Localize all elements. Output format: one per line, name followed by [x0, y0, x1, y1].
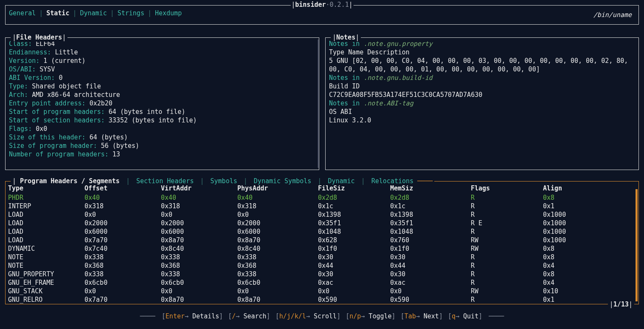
notes-line: Linux 3.2.0 — [329, 116, 635, 125]
tab-general[interactable]: General — [9, 9, 36, 17]
file-headers-title: File Headers — [11, 33, 67, 42]
col-header: Flags — [468, 183, 540, 193]
help-item: Tab→ Next — [401, 312, 443, 320]
table-row[interactable]: INTERP0x3180x3180x3180x1c0x1cR0x1 — [6, 202, 638, 210]
file-headers-panel: File Headers Class: ELF64Endianness: Lit… — [5, 37, 319, 170]
file-header-row: Type: Shared object file — [9, 82, 315, 91]
table-row[interactable]: PHDR0x400x400x400x2d80x2d8R0x8 — [6, 193, 638, 202]
app-title: |binsider·0.2.1| — [290, 0, 354, 9]
file-header-row: Start of section headers: 33352 (bytes i… — [9, 116, 315, 125]
file-header-row: Start of program headers: 64 (bytes into… — [9, 108, 315, 116]
binary-path: /bin/uname — [593, 11, 632, 19]
help-item: /→ Search — [228, 312, 270, 320]
table-row[interactable]: NOTE0x3380x3380x3380x300x30R0x8 — [6, 253, 638, 261]
section-tab[interactable]: Dynamic Symbols — [250, 177, 315, 185]
notes-panel: Notes Notes in .note.gnu.propertyType Na… — [325, 37, 639, 170]
file-header-row: Number of program headers: 13 — [9, 150, 315, 159]
section-tab[interactable]: Dynamic — [324, 177, 358, 185]
help-footer: ──── Enter→ Details/→ Searchh/j/k/l→ Scr… — [5, 312, 639, 320]
help-item: n/p→ Toggle — [346, 312, 395, 320]
help-item: q→ Quit — [448, 312, 482, 320]
table-row[interactable]: NOTE0x3680x3680x3680x440x44R0x4 — [6, 261, 638, 270]
tab-strings[interactable]: Strings — [118, 9, 144, 17]
help-item: h/j/k/l→ Scroll — [276, 312, 341, 320]
table-row[interactable]: LOAD0x60000x60000x60000x10480x1048R0x100… — [6, 227, 638, 236]
table-row[interactable]: GNU_EH_FRAME0x6cb00x6cb00x6cb00xac0xacR0… — [6, 278, 638, 287]
section-tab[interactable]: Program Headers / Segments — [16, 177, 124, 185]
table-row[interactable]: GNU_RELRO0x7a700x8a700x8a700x5900x590R0x… — [6, 295, 638, 304]
file-headers-scrollbar[interactable] — [318, 40, 319, 168]
file-header-row: Size of this header: 64 (bytes) — [9, 133, 315, 142]
file-header-row: Endianness: Little — [9, 48, 315, 57]
tab-dynamic[interactable]: Dynamic — [80, 9, 107, 17]
program-headers-table: TypeOffsetVirtAddrPhysAddrFileSizMemSizF… — [6, 183, 638, 304]
notes-line: OS ABI — [329, 108, 635, 116]
page-indicator: 1/13 — [608, 300, 634, 309]
help-item: Enter→ Details — [162, 312, 223, 320]
notes-line: C72C9EA08F5FB53A174EF51C3C0CA5707AD7A630 — [329, 91, 635, 99]
notes-line: Build ID — [329, 82, 635, 91]
table-row[interactable]: DYNAMIC0x7c400x8c400x8c400x1f00x1f0RW0x8 — [6, 244, 638, 253]
notes-title: Notes — [331, 33, 361, 42]
section-tab[interactable]: Symbols — [207, 177, 241, 185]
file-header-row: Flags: 0x0 — [9, 125, 315, 133]
file-header-row: Size of program header: 56 (bytes) — [9, 142, 315, 150]
notes-line: Type Name Description — [329, 48, 635, 57]
file-header-row: ABI Version: 0 — [9, 74, 315, 82]
table-row[interactable]: LOAD0x7a700x8a700x8a700x6280x760RW0x1000 — [6, 236, 638, 244]
header-tabs: General|Static|Dynamic|Strings|Hexdump — [9, 9, 182, 17]
tab-static[interactable]: Static — [46, 9, 69, 17]
file-header-row: Arch: AMD x86-64 architecture — [9, 91, 315, 99]
notes-line: Notes in .note.ABI-tag — [329, 99, 635, 108]
col-header: Align — [540, 183, 638, 193]
file-header-row: Entry point address: 0x2b20 — [9, 99, 315, 108]
table-row[interactable]: GNU_PROPERTY0x3380x3380x3380x300x30R0x8 — [6, 270, 638, 278]
table-row[interactable]: GNU_STACK0x00x00x00x00x0RW0x10 — [6, 287, 638, 295]
file-header-row: OS/ABI: SYSV — [9, 65, 315, 74]
notes-line: Notes in .note.gnu.build-id — [329, 74, 635, 82]
notes-line: Notes in .note.gnu.property — [329, 40, 635, 48]
table-row[interactable]: LOAD0x00x00x00x13980x1398R0x1000 — [6, 210, 638, 219]
tab-hexdump[interactable]: Hexdump — [155, 9, 182, 17]
section-tab[interactable]: Relocations — [368, 177, 417, 185]
notes-line: 5 GNU [02, 00, 00, C0, 04, 00, 00, 00, 0… — [329, 57, 635, 74]
file-header-row: Version: 1 (current) — [9, 57, 315, 65]
section-tab[interactable]: Section Headers — [132, 177, 198, 185]
section-tabs: Program Headers / Segments | Section Hea… — [11, 177, 434, 185]
header-panel: |binsider·0.2.1| General|Static|Dynamic|… — [5, 5, 639, 25]
table-row[interactable]: LOAD0x20000x20000x20000x35f10x35f1R E0x1… — [6, 219, 638, 227]
table-scrollbar[interactable] — [636, 189, 638, 301]
program-headers-panel: Program Headers / Segments | Section Hea… — [5, 181, 639, 304]
